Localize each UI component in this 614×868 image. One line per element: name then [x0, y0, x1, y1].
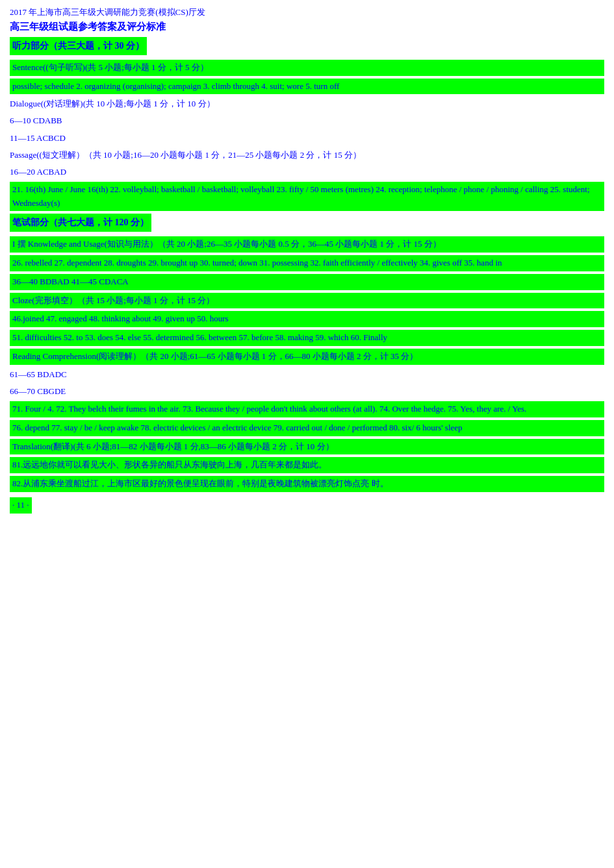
cloze-46-50: 46.joined 47. engaged 48. thinking about…: [10, 311, 604, 327]
translation-81: 81.远远地你就可以看见大小、形状各异的船只从东海驶向上海，几百年来都是如此。: [10, 457, 604, 473]
reading-header: Reading Comprehension(阅读理解）（共 20 小题;61—6…: [10, 349, 604, 365]
dialogue-6-10: 6—10 CDABB: [10, 114, 604, 128]
knowledge-header: I 摆 Knowledge and Usage(知识与用法）（共 20 小题;2…: [10, 236, 604, 253]
sentence-answers: possible; schedule 2. organizing (organi…: [10, 79, 604, 95]
knowledge-36-45: 36—40 BDBAD 41—45 CDACA: [10, 274, 604, 290]
cloze-51-60: 51. difficulties 52. to 53. does 54. els…: [10, 330, 604, 346]
translation-82: 82.从浦东乘坐渡船过江，上海市区最好的景色便呈现在眼前，特别是夜晚建筑物被漂亮…: [10, 476, 604, 492]
reading-61-65: 61—65 BDADC: [10, 367, 604, 382]
written-section: 笔试部分（共七大题，计 120 分）: [10, 214, 604, 234]
translation-header: Translation(翻译)(共 6 小题;81—82 小题每小题 1 分,8…: [10, 439, 604, 455]
passage-16-20: 16—20 ACBAD: [10, 165, 604, 179]
passage-21-25: 21. 16(th) June / June 16(th) 22. volley…: [10, 182, 604, 212]
listening-header: 听力部分（共三大题，计 30 分）: [10, 37, 147, 55]
main-title: 高三年级组试题参考答案及评分标准: [10, 21, 604, 33]
knowledge-26-35: 26. rebelled 27. dependent 28. droughts …: [10, 255, 604, 271]
page-number: · 11 ·: [10, 497, 32, 514]
dialogue-header: Dialogue((对话理解)(共 10 小题;每小题 1 分，计 10 分）: [10, 97, 604, 111]
dialogue-11-15: 11—15 ACBCD: [10, 131, 604, 145]
reading-66-70: 66—70 CBGDE: [10, 384, 604, 399]
reading-76-80: 76. depend 77. stay / be / keep awake 78…: [10, 420, 604, 436]
sentence-header: Sentence((句子听写)(共 5 小题;每小题 1 分，计 5 分）: [10, 60, 604, 76]
top-header: 2017 年上海市高三年级大调研能力竞赛(模拟CS)厅发: [10, 6, 604, 18]
written-header: 笔试部分（共七大题，计 120 分）: [10, 214, 151, 232]
reading-71-75: 71. Four / 4. 72. They belch their fumes…: [10, 401, 604, 417]
passage-header: Passage((短文理解）（共 10 小题;16—20 小题每小题 1 分，2…: [10, 148, 604, 162]
cloze-header: Cloze(完形填空）（共 15 小题;每小题 1 分，计 15 分）: [10, 293, 604, 309]
listening-section: 听力部分（共三大题，计 30 分）: [10, 37, 604, 58]
page-container: 2017 年上海市高三年级大调研能力竞赛(模拟CS)厅发 高三年级组试题参考答案…: [10, 6, 604, 516]
